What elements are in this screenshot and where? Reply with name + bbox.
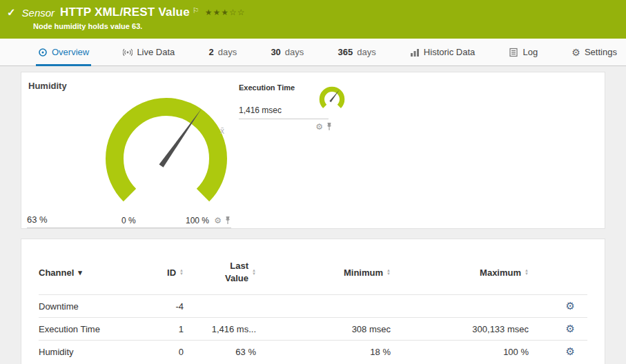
- channel-name[interactable]: Execution Time: [39, 324, 142, 334]
- live-data-icon: [123, 48, 133, 57]
- status-ok-icon: ✓: [7, 6, 16, 19]
- channel-settings-icon[interactable]: ⚙: [566, 323, 575, 334]
- page-title: HTTP XML/REST Value: [60, 6, 190, 19]
- mini-gauge: [316, 85, 348, 114]
- average-toggle-icon[interactable]: x̄: [220, 126, 224, 136]
- channel-name[interactable]: Humidity: [39, 347, 142, 357]
- table-row: Execution Time 1 1,416 ms... 308 msec 30…: [39, 317, 587, 340]
- tab-label: Log: [522, 47, 538, 57]
- channel-table: Channel ▾ ID ▲▼ Last Value ▲▼ Minimum ▲▼…: [21, 239, 605, 364]
- channel-id: -4: [142, 301, 184, 312]
- log-icon: [509, 48, 518, 57]
- channel-last-value: 63 %: [184, 347, 256, 357]
- channel-minimum: 308 msec: [256, 324, 391, 334]
- gauge-title: Humidity: [28, 81, 67, 91]
- sensor-header: ✓ Sensor HTTP XML/REST Value ⚐ ★★★☆☆ Nod…: [0, 0, 626, 39]
- channel-last-value: 1,416 ms...: [184, 324, 256, 334]
- channel-id: 0: [142, 347, 184, 357]
- tab-live-data[interactable]: Live Data: [121, 39, 177, 65]
- column-header-channel[interactable]: Channel ▾: [39, 267, 142, 278]
- tab-2-days[interactable]: 2 days: [206, 39, 239, 65]
- table-header-row: Channel ▾ ID ▲▼ Last Value ▲▼ Minimum ▲▼…: [39, 239, 587, 294]
- flag-icon[interactable]: ⚐: [193, 6, 199, 15]
- overview-icon: [38, 48, 48, 57]
- tab-settings[interactable]: ⚙ Settings: [569, 39, 619, 65]
- tab-bar: Overview Live Data 2 days 30 days 365 da…: [0, 39, 626, 66]
- sensor-status-message: Node humidity holds value 63.: [33, 22, 618, 30]
- humidity-gauge: [97, 93, 235, 214]
- column-header-last-value[interactable]: Last Value ▲▼: [184, 260, 256, 285]
- gauges-panel: Humidity 0 % 100 % x̄ 63 % ⚙ Execution T…: [21, 72, 605, 229]
- historic-data-icon: [410, 48, 420, 57]
- execution-time-mini-gauge: Execution Time 1,416 msec ⚙: [239, 83, 329, 119]
- channel-minimum: 18 %: [256, 347, 391, 357]
- settings-gear-icon: ⚙: [571, 48, 580, 57]
- channel-id: 1: [142, 324, 184, 334]
- channel-settings-icon[interactable]: ⚙: [566, 301, 575, 312]
- pin-icon[interactable]: [326, 122, 333, 131]
- mini-gauge-settings-gear-icon[interactable]: ⚙: [315, 123, 323, 131]
- mini-gauge-value: 1,416 msec: [239, 105, 282, 115]
- table-row: Downtime -4 ⚙: [39, 294, 587, 317]
- priority-stars[interactable]: ★★★☆☆: [205, 8, 246, 17]
- channel-dropdown-icon[interactable]: ▾: [78, 268, 82, 277]
- table-row: Humidity 0 63 % 18 % 100 % ⚙: [39, 340, 587, 363]
- pin-icon[interactable]: [224, 216, 231, 225]
- sort-icon[interactable]: ▲▼: [525, 269, 529, 276]
- channel-maximum: 300,133 msec: [391, 324, 529, 334]
- tab-label: Live Data: [137, 47, 175, 57]
- object-kind-label: Sensor: [22, 7, 55, 19]
- channel-maximum: 100 %: [391, 347, 529, 357]
- tab-label: Historic Data: [424, 47, 475, 57]
- tab-365-days[interactable]: 365 days: [336, 39, 378, 65]
- mini-gauge-title: Execution Time: [239, 83, 295, 92]
- channel-settings-icon[interactable]: ⚙: [566, 346, 575, 357]
- gauge-settings-gear-icon[interactable]: ⚙: [214, 216, 222, 225]
- tab-label: Overview: [52, 47, 89, 57]
- tab-30-days[interactable]: 30 days: [268, 39, 306, 65]
- gauge-footer: 63 % ⚙: [27, 210, 231, 228]
- column-header-maximum[interactable]: Maximum ▲▼: [391, 267, 529, 278]
- gauge-current-value: 63 %: [27, 214, 48, 225]
- column-header-minimum[interactable]: Minimum ▲▼: [256, 267, 391, 278]
- tab-overview[interactable]: Overview: [36, 39, 91, 65]
- channel-name[interactable]: Downtime: [39, 301, 142, 312]
- tab-historic-data[interactable]: Historic Data: [408, 39, 477, 65]
- tab-label: Settings: [585, 47, 617, 57]
- column-header-id[interactable]: ID ▲▼: [142, 267, 184, 278]
- tab-log[interactable]: Log: [507, 39, 540, 65]
